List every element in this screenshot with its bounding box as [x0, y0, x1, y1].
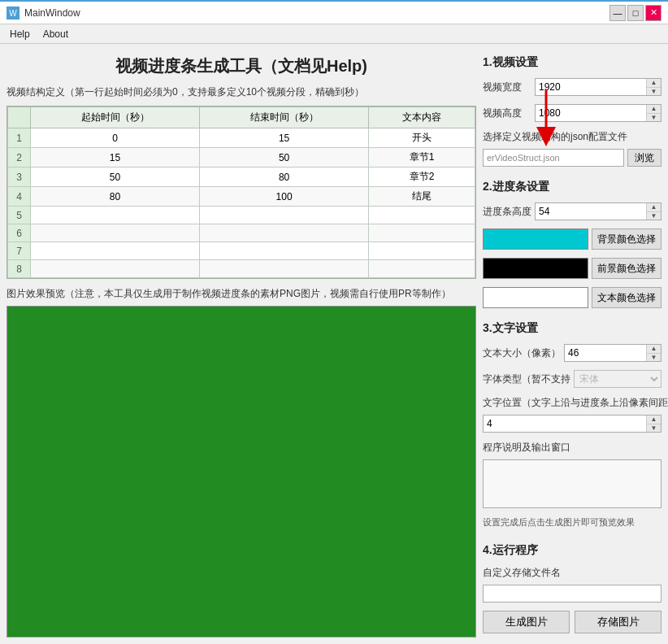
table-description: 视频结构定义（第一行起始时间必须为0，支持最多定义10个视频分段，精确到秒） — [7, 85, 476, 99]
font-size-row: 文本大小（像素） ▲ ▼ — [483, 344, 661, 362]
font-size-up[interactable]: ▲ — [647, 345, 661, 354]
row-text[interactable] — [369, 260, 475, 278]
bar-height-up[interactable]: ▲ — [647, 203, 661, 212]
row-text[interactable] — [369, 224, 475, 242]
row-num: 5 — [8, 207, 31, 224]
font-pos-label: 文字位置（文字上沿与进度条上沿像素间距 — [483, 396, 661, 410]
row-start[interactable] — [31, 260, 200, 278]
row-end[interactable] — [200, 224, 369, 242]
row-num: 1 — [8, 128, 31, 148]
json-file-row: erVideoStruct.json 浏览 — [483, 149, 661, 167]
bar-height-row: 进度条高度 ▲ ▼ — [483, 202, 661, 220]
fg-color-button[interactable]: 前景颜色选择 — [592, 258, 661, 279]
minimize-button[interactable]: — — [609, 5, 626, 21]
row-text[interactable] — [369, 242, 475, 260]
table-row: 8 — [8, 260, 475, 278]
json-config-label: 选择定义视频结构的json配置文件 — [483, 130, 661, 144]
video-height-down[interactable]: ▼ — [647, 114, 661, 122]
menu-help[interactable]: Help — [3, 27, 37, 41]
generate-button[interactable]: 生成图片 — [483, 611, 570, 633]
table-row: 4 80 100 结尾 — [8, 187, 475, 207]
menu-about[interactable]: About — [37, 27, 75, 41]
bg-color-button[interactable]: 背景颜色选择 — [592, 228, 661, 250]
row-end[interactable]: 80 — [200, 168, 369, 187]
table-row: 5 — [8, 207, 475, 224]
maximize-button[interactable]: □ — [627, 5, 644, 21]
font-pos-spinner[interactable]: ▲ ▼ — [483, 415, 661, 433]
col-text-header: 文本内容 — [369, 107, 475, 128]
font-size-down[interactable]: ▼ — [647, 354, 661, 362]
close-button[interactable]: ✕ — [645, 5, 661, 21]
row-end[interactable]: 50 — [200, 148, 369, 168]
col-num-header — [8, 107, 31, 128]
row-text[interactable]: 结尾 — [369, 187, 475, 207]
output-box[interactable] — [483, 459, 661, 508]
section2-title: 2.进度条设置 — [483, 180, 661, 194]
font-size-arrows: ▲ ▼ — [646, 345, 661, 361]
action-buttons: 生成图片 存储图片 — [483, 611, 661, 633]
row-text[interactable]: 章节2 — [369, 168, 475, 187]
video-height-spinner[interactable]: ▲ ▼ — [535, 104, 661, 122]
font-type-label: 字体类型（暂不支持 — [483, 372, 570, 386]
left-panel: 视频进度条生成工具（文档见Help) 视频结构定义（第一行起始时间必须为0，支持… — [7, 50, 476, 637]
video-width-up[interactable]: ▲ — [647, 79, 661, 88]
col-end-header: 结束时间（秒） — [200, 107, 369, 128]
video-width-label: 视频宽度 — [483, 80, 531, 94]
video-width-row: 视频宽度 ▲ ▼ — [483, 78, 661, 96]
row-end[interactable]: 15 — [200, 128, 369, 148]
video-width-input[interactable] — [539, 81, 643, 93]
video-width-down[interactable]: ▼ — [647, 88, 661, 96]
row-start[interactable]: 50 — [31, 168, 200, 187]
filename-label: 自定义存储文件名 — [483, 566, 661, 580]
row-start[interactable] — [31, 224, 200, 242]
row-start[interactable]: 15 — [31, 148, 200, 168]
row-start[interactable] — [31, 242, 200, 260]
right-panel: 1.视频设置 视频宽度 ▲ ▼ 视频高度 ▲ ▼ 选择定义视频结构的json配 — [483, 50, 661, 637]
title-bar: W MainWindow — □ ✕ — [0, 0, 668, 24]
row-end[interactable] — [200, 207, 369, 224]
font-pos-down[interactable]: ▼ — [647, 424, 661, 433]
bar-height-spinner[interactable]: ▲ ▼ — [535, 202, 661, 220]
svg-text:W: W — [9, 9, 17, 18]
row-start[interactable] — [31, 207, 200, 224]
bar-height-input[interactable] — [539, 206, 643, 217]
table-row: 7 — [8, 242, 475, 260]
filename-input[interactable] — [483, 585, 661, 603]
table-wrapper: 起始时间（秒） 结束时间（秒） 文本内容 1 0 15 开头 2 15 50 章… — [7, 106, 476, 279]
font-size-spinner[interactable]: ▲ ▼ — [564, 344, 661, 362]
row-text[interactable]: 章节1 — [369, 148, 475, 168]
col-start-header: 起始时间（秒） — [31, 107, 200, 128]
row-start[interactable]: 0 — [31, 128, 200, 148]
fg-color-row: 前景颜色选择 — [483, 258, 661, 279]
row-start[interactable]: 80 — [31, 187, 200, 207]
row-end[interactable] — [200, 260, 369, 278]
window-title: MainWindow — [24, 7, 609, 19]
video-width-spinner[interactable]: ▲ ▼ — [535, 78, 661, 96]
video-height-up[interactable]: ▲ — [647, 105, 661, 114]
save-button[interactable]: 存储图片 — [575, 611, 661, 633]
output-label: 程序说明及输出窗口 — [483, 441, 661, 455]
font-pos-input[interactable] — [487, 418, 643, 429]
row-text[interactable] — [369, 207, 475, 224]
row-num: 3 — [8, 168, 31, 187]
row-num: 6 — [8, 224, 31, 242]
browse-button[interactable]: 浏览 — [627, 149, 661, 167]
font-size-input[interactable] — [568, 347, 643, 359]
font-pos-row: ▲ ▼ — [483, 415, 661, 433]
text-color-swatch — [483, 287, 588, 308]
font-pos-up[interactable]: ▲ — [647, 416, 661, 424]
video-height-input[interactable] — [539, 107, 643, 119]
bg-color-swatch — [483, 228, 588, 250]
font-type-select[interactable]: 宋体 — [574, 370, 661, 388]
row-end[interactable] — [200, 242, 369, 260]
row-text[interactable]: 开头 — [369, 128, 475, 148]
preview-area — [7, 306, 476, 637]
hint-text: 设置完成后点击生成图片即可预览效果 — [483, 516, 661, 529]
video-height-row: 视频高度 ▲ ▼ — [483, 104, 661, 122]
font-type-row: 字体类型（暂不支持 宋体 — [483, 370, 661, 388]
data-table: 起始时间（秒） 结束时间（秒） 文本内容 1 0 15 开头 2 15 50 章… — [7, 107, 475, 278]
row-end[interactable]: 100 — [200, 187, 369, 207]
text-color-button[interactable]: 文本颜色选择 — [592, 287, 661, 308]
table-row: 1 0 15 开头 — [8, 128, 475, 148]
bar-height-down[interactable]: ▼ — [647, 212, 661, 220]
